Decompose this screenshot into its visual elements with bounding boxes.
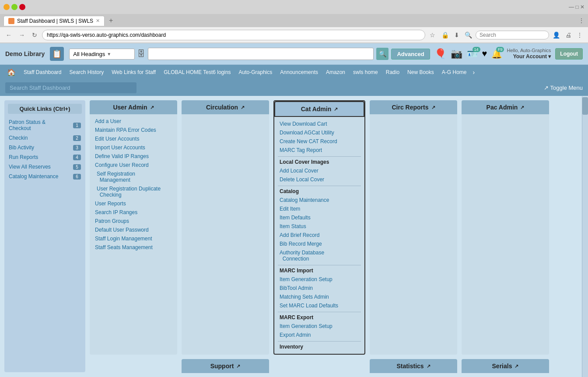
nav-web-links[interactable]: Web Links for Staff xyxy=(108,67,159,78)
link-add-local-cover[interactable]: Add Local Cover xyxy=(278,166,361,175)
serials-header[interactable]: Serials ↗ xyxy=(462,359,549,373)
minimize-btn[interactable] xyxy=(4,4,10,10)
link-item-generation-export[interactable]: Item Generation Setup xyxy=(278,322,361,331)
toggle-menu-button[interactable]: ↗ Toggle Menu xyxy=(544,85,583,91)
link-add-user[interactable]: Add a User xyxy=(93,117,174,126)
link-catalog-maintenance[interactable]: Catalog Maintenance xyxy=(278,196,361,204)
link-add-brief-record[interactable]: Add Brief Record xyxy=(278,231,361,240)
search-staff-input[interactable] xyxy=(5,82,136,93)
logo-icon[interactable]: 📋 xyxy=(49,46,65,62)
tab-close-icon[interactable]: ✕ xyxy=(96,18,100,24)
ql-reports-label: Run Reports xyxy=(9,154,38,160)
browser-search-icon[interactable]: 🔍 xyxy=(463,31,474,39)
link-default-user-pwd[interactable]: Default User Password xyxy=(93,225,174,234)
circulation-header[interactable]: Circulation ↗ xyxy=(182,100,269,114)
active-tab[interactable]: Staff Dashboard | SWLS | SWLS ✕ xyxy=(4,16,105,26)
link-matching-sets-admin[interactable]: Matching Sets Admin xyxy=(278,292,361,301)
search-submit-button[interactable]: 🔍 xyxy=(376,48,388,60)
link-user-reports[interactable]: User Reports xyxy=(93,199,174,208)
link-authority-database[interactable]: Authority Database Connection xyxy=(278,248,361,263)
link-edit-item[interactable]: Edit Item xyxy=(278,204,361,213)
main-search-input[interactable] xyxy=(148,48,374,60)
close-btn[interactable] xyxy=(19,4,25,10)
advanced-search-button[interactable]: Advanced xyxy=(391,49,430,60)
nav-ag-home[interactable]: A-G Home xyxy=(438,67,470,78)
print-icon[interactable]: 🖨 xyxy=(564,31,573,39)
back-button[interactable]: ← xyxy=(4,31,14,39)
nav-swls-home[interactable]: swls home xyxy=(350,67,382,78)
statistics-header[interactable]: Statistics ↗ xyxy=(370,359,457,373)
circ-reports-header[interactable]: Circ Reports ↗ xyxy=(370,100,457,114)
account-label: Your Account xyxy=(513,53,547,60)
balloon-icon[interactable]: 🎈 xyxy=(434,48,446,60)
panels-row-2: Support ↗ Statistics ↗ Serials ↗ xyxy=(182,359,584,373)
tab-favicon xyxy=(8,18,14,24)
bell-icon[interactable]: 🔔 F9 xyxy=(491,49,502,59)
link-self-registration[interactable]: Self Registration Management xyxy=(93,169,174,184)
pac-admin-header[interactable]: Pac Admin ↗ xyxy=(462,100,549,114)
link-bib-record-merge[interactable]: Bib Record Merge xyxy=(278,240,361,248)
link-export-admin[interactable]: Export Admin xyxy=(278,331,361,339)
reload-button[interactable]: ↻ xyxy=(30,31,39,39)
link-staff-login-mgmt[interactable]: Staff Login Management xyxy=(93,234,174,243)
scrollbar[interactable] xyxy=(582,96,588,377)
ql-view-reserves[interactable]: View All Reserves 5 xyxy=(8,162,82,172)
ql-checkin[interactable]: Checkin 2 xyxy=(8,133,82,143)
browser-search-input[interactable] xyxy=(476,31,549,39)
nav-search-history[interactable]: Search History xyxy=(66,67,108,78)
link-view-download-cart[interactable]: View Download Cart xyxy=(278,120,361,128)
link-define-ip-ranges[interactable]: Define Valid IP Ranges xyxy=(93,152,174,161)
link-set-marc-load-defaults[interactable]: Set MARC Load Defaults xyxy=(278,301,361,310)
link-search-ip-ranges[interactable]: Search IP Ranges xyxy=(93,208,174,217)
link-bibtool-admin[interactable]: BibTool Admin xyxy=(278,284,361,292)
link-configure-user-record[interactable]: Configure User Record xyxy=(93,161,174,169)
link-item-status[interactable]: Item Status xyxy=(278,222,361,231)
chrome-menu-icon[interactable]: ⋮ xyxy=(578,17,584,24)
ql-bib-activity[interactable]: Bib Activity 3 xyxy=(8,143,82,152)
new-tab-button[interactable]: + xyxy=(106,17,116,25)
database-icon[interactable]: 🗄 xyxy=(137,49,145,59)
url-input[interactable] xyxy=(42,30,425,40)
bookmark-icon[interactable]: ☆ xyxy=(428,31,437,39)
ql-patron-status[interactable]: Patron Status &Checkout 1 xyxy=(8,117,82,133)
link-create-new-cat[interactable]: Create New CAT Record xyxy=(278,137,361,146)
ql-catalog-maintenance[interactable]: Catalog Maintenance 6 xyxy=(8,172,82,181)
link-item-generation-import[interactable]: Item Generation Setup xyxy=(278,275,361,284)
settings-icon[interactable]: ⋮ xyxy=(575,31,584,39)
nav-amazon[interactable]: Amazon xyxy=(322,67,349,78)
logout-button[interactable]: Logout xyxy=(555,48,583,60)
cat-admin-header[interactable]: Cat Admin ↗ xyxy=(274,101,364,117)
support-header[interactable]: Support ↗ xyxy=(182,359,269,373)
nav-staff-dashboard[interactable]: Staff Dashboard xyxy=(20,67,65,78)
nav-announcements[interactable]: Announcements xyxy=(276,67,322,78)
ql-run-reports[interactable]: Run Reports 4 xyxy=(8,152,82,162)
nav-home-icon[interactable]: 🏠 xyxy=(4,66,19,79)
search-type-dropdown[interactable]: All Headings ▼ xyxy=(69,49,135,60)
account-dropdown[interactable]: Your Account ▾ xyxy=(507,53,551,60)
profile-icon[interactable]: 👤 xyxy=(551,31,562,39)
link-staff-seats-mgmt[interactable]: Staff Seats Management xyxy=(93,243,174,252)
link-delete-local-cover[interactable]: Delete Local Cover xyxy=(278,175,361,184)
link-user-reg-duplicate[interactable]: User Registration Duplicate Checking xyxy=(93,184,174,199)
link-marc-tag-report[interactable]: MARC Tag Report xyxy=(278,146,361,155)
nav-auto-graphics[interactable]: Auto-Graphics xyxy=(235,67,276,78)
link-edit-user-accounts[interactable]: Edit User Accounts xyxy=(93,134,174,143)
link-download-agcat[interactable]: Download AGCat Utility xyxy=(278,128,361,137)
nav-radio[interactable]: Radio xyxy=(382,67,403,78)
link-import-user-accounts[interactable]: Import User Accounts xyxy=(93,143,174,152)
forward-button[interactable]: → xyxy=(17,31,27,39)
user-admin-header[interactable]: User Admin ↗ xyxy=(90,100,177,114)
maximize-btn[interactable] xyxy=(11,4,18,10)
link-maintain-rpa[interactable]: Maintain RPA Error Codes xyxy=(93,126,174,134)
camera-icon[interactable]: 📷 xyxy=(451,48,462,60)
nav-more-arrow[interactable]: › xyxy=(471,69,476,76)
link-patron-groups[interactable]: Patron Groups xyxy=(93,217,174,225)
card-icon[interactable]: 🪪 14 xyxy=(467,49,478,59)
extensions-icon[interactable]: 🔒 xyxy=(440,31,451,39)
download-icon[interactable]: ⬇ xyxy=(452,31,461,39)
heart-icon[interactable]: ♥ xyxy=(482,49,487,59)
nav-new-books[interactable]: New Books xyxy=(404,67,438,78)
link-item-defaults[interactable]: Item Defaults xyxy=(278,213,361,222)
nav-global-home[interactable]: GLOBAL HOME Test6 logins xyxy=(160,67,234,78)
scrollbar-thumb[interactable] xyxy=(582,97,588,115)
